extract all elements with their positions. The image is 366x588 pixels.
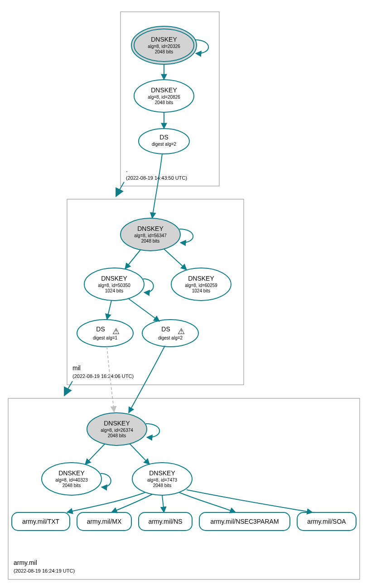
edge-to-ns xyxy=(162,495,164,512)
svg-text:digest alg=1: digest alg=1 xyxy=(93,335,118,340)
svg-text:DNSKEY: DNSKEY xyxy=(188,275,214,282)
edge-mil-ksk-zsk2 xyxy=(164,249,187,270)
mil-zsk-50350: DNSKEY alg=8, id=50350 1024 bits xyxy=(84,268,144,301)
zone-army-timestamp: (2022-08-19 16:24:19 UTC) xyxy=(14,568,75,574)
root-ds: DS digest alg=2 xyxy=(139,129,189,154)
zone-root-label: . xyxy=(126,166,128,173)
mil-ksk: DNSKEY alg=8, id=56347 2048 bits xyxy=(120,218,180,251)
edge-root-to-mil-zone xyxy=(116,182,124,196)
rrset-nsec3param: army.mil/NSEC3PARAM xyxy=(199,512,290,531)
rrset-mx: army.mil/MX xyxy=(77,512,131,531)
rrset-txt: army.mil/TXT xyxy=(12,512,70,531)
svg-text:DNSKEY: DNSKEY xyxy=(151,36,177,43)
svg-text:DNSKEY: DNSKEY xyxy=(58,469,85,477)
edge-mil-ksk-zsk1 xyxy=(125,250,140,269)
zone-mil-label: mil xyxy=(72,364,81,372)
edge-mil-to-army-zone xyxy=(64,381,72,396)
svg-text:alg=8, id=40323: alg=8, id=40323 xyxy=(55,478,88,483)
svg-text:army.mil/MX: army.mil/MX xyxy=(87,518,122,525)
dnssec-graph: . (2022-08-19 14:43:50 UTC) DNSKEY alg=8… xyxy=(0,0,366,588)
edge-to-nsec xyxy=(179,492,236,512)
svg-text:1024 bits: 1024 bits xyxy=(105,288,124,293)
svg-text:DS: DS xyxy=(96,325,105,333)
root-zsk: DNSKEY alg=8, id=20826 2048 bits xyxy=(134,80,194,112)
svg-text:2048 bits: 2048 bits xyxy=(141,239,160,244)
army-zsk-40323: DNSKEY alg=8, id=40323 2048 bits xyxy=(42,463,101,495)
svg-text:army.mil/TXT: army.mil/TXT xyxy=(22,518,60,525)
mil-zsk-60259: DNSKEY alg=8, id=60259 1024 bits xyxy=(171,268,231,301)
svg-text:army.mil/SOA: army.mil/SOA xyxy=(307,518,346,525)
edge-mil-ds2-army-ksk xyxy=(129,346,165,413)
edge-mil-zsk1-self xyxy=(143,279,154,292)
warning-icon: ⚠ xyxy=(178,327,185,336)
zone-army-label: army.mil xyxy=(14,559,37,566)
svg-text:alg=8, id=26374: alg=8, id=26374 xyxy=(101,428,133,433)
edge-army-zsk1-self xyxy=(101,473,111,487)
svg-text:digest alg=2: digest alg=2 xyxy=(152,142,177,147)
svg-point-24 xyxy=(77,320,133,347)
svg-text:2048 bits: 2048 bits xyxy=(155,100,173,105)
root-ksk: DNSKEY alg=8, id=20326 2048 bits xyxy=(131,26,197,64)
mil-ds-alg1: DS ⚠ digest alg=1 xyxy=(77,320,133,347)
svg-text:1024 bits: 1024 bits xyxy=(192,288,211,293)
svg-text:alg=8, id=50350: alg=8, id=50350 xyxy=(98,283,130,288)
svg-text:DS: DS xyxy=(161,325,170,333)
svg-text:army.mil/NSEC3PARAM: army.mil/NSEC3PARAM xyxy=(210,518,279,525)
svg-text:DNSKEY: DNSKEY xyxy=(104,420,130,427)
edge-army-ksk-self xyxy=(146,424,159,437)
svg-text:2048 bits: 2048 bits xyxy=(155,49,173,54)
svg-text:DNSKEY: DNSKEY xyxy=(101,275,127,282)
edge-to-soa xyxy=(187,490,313,512)
army-ksk: DNSKEY alg=8, id=26374 2048 bits xyxy=(87,413,147,445)
zone-root-timestamp: (2022-08-19 14:43:50 UTC) xyxy=(126,175,187,181)
edge-mil-zsk1-ds2 xyxy=(129,299,159,321)
edge-army-ksk-zsk2 xyxy=(130,444,149,464)
svg-text:alg=8, id=7473: alg=8, id=7473 xyxy=(147,478,178,483)
svg-text:alg=8, id=20326: alg=8, id=20326 xyxy=(148,44,180,49)
svg-text:alg=8, id=20826: alg=8, id=20826 xyxy=(148,95,180,100)
edge-army-ksk-zsk1 xyxy=(85,444,105,464)
warning-icon: ⚠ xyxy=(112,327,120,336)
svg-text:DS: DS xyxy=(159,134,168,141)
svg-text:DNSKEY: DNSKEY xyxy=(151,86,177,94)
svg-text:army.mil/NS: army.mil/NS xyxy=(148,518,182,525)
edge-mil-ksk-self xyxy=(179,229,193,243)
svg-text:2048 bits: 2048 bits xyxy=(108,433,126,438)
army-zsk-7473: DNSKEY alg=8, id=7473 2048 bits xyxy=(132,463,192,495)
svg-point-9 xyxy=(139,129,189,154)
svg-text:alg=8, id=60259: alg=8, id=60259 xyxy=(185,283,217,288)
edge-mil-zsk1-ds1 xyxy=(107,301,111,320)
svg-text:DNSKEY: DNSKEY xyxy=(149,469,175,477)
zone-mil-timestamp: (2022-08-19 16:24:06 UTC) xyxy=(72,373,134,379)
edge-mil-ds1-army-ksk xyxy=(107,347,114,412)
svg-text:digest alg=2: digest alg=2 xyxy=(158,335,183,340)
svg-point-27 xyxy=(142,320,198,347)
rrset-ns: army.mil/NS xyxy=(139,512,192,531)
svg-text:2048 bits: 2048 bits xyxy=(63,483,81,488)
svg-text:2048 bits: 2048 bits xyxy=(153,483,172,488)
rrset-soa: army.mil/SOA xyxy=(297,512,356,531)
svg-text:alg=8, id=56347: alg=8, id=56347 xyxy=(134,233,167,238)
svg-text:DNSKEY: DNSKEY xyxy=(137,225,164,232)
edge-to-txt xyxy=(67,492,145,512)
mil-ds-alg2: DS ⚠ digest alg=2 xyxy=(142,320,198,347)
